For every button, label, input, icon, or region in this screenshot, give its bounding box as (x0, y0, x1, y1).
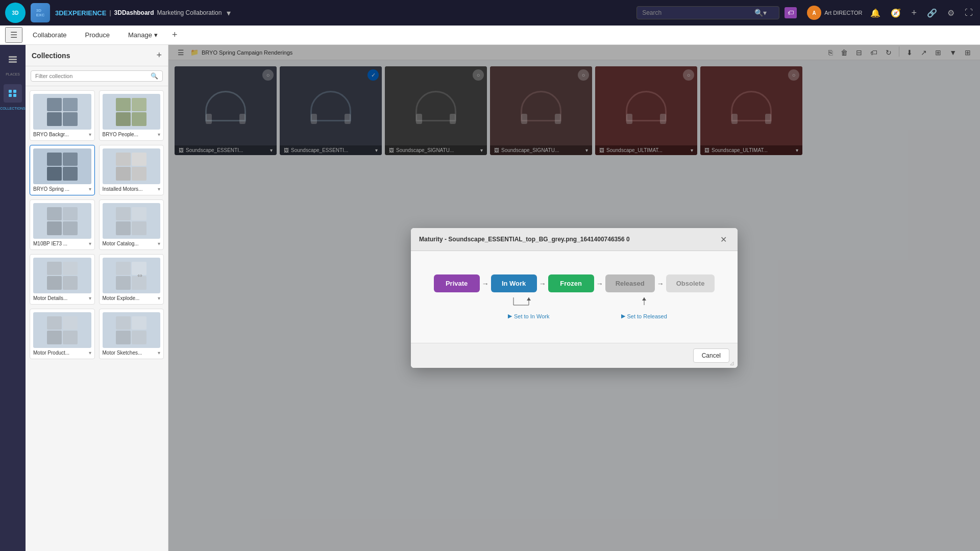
collection-label-row: Motor Catalog... ▾ (103, 241, 161, 246)
workflow-node-inwork[interactable]: In Work (491, 274, 537, 292)
main-layout: PLACES COLLECTIONS Collections + 🔍 (0, 45, 980, 551)
collection-thumb (33, 203, 91, 239)
compass-btn[interactable]: 🧭 (889, 6, 903, 20)
collections-add-btn[interactable]: + (156, 50, 162, 61)
inwork-loop-svg (508, 297, 549, 313)
set-to-released-link[interactable]: ▶ Set to Released (621, 313, 667, 319)
collection-item-bryo-backgr[interactable]: BRYO Backgr... ▾ (30, 90, 95, 141)
collection-chevron-icon: ▾ (158, 186, 160, 192)
bookmark-icon[interactable]: 🏷 (785, 7, 797, 18)
collection-thumb (33, 94, 91, 130)
collection-item-motor-product[interactable]: Motor Product... ▾ (30, 309, 95, 359)
collection-thumb (103, 94, 161, 130)
workflow-node-frozen[interactable]: Frozen (548, 274, 594, 292)
resize-handle[interactable]: ⇔ (135, 270, 144, 281)
search-button[interactable]: 🔍 (754, 9, 763, 17)
collection-thumb (103, 148, 161, 184)
content-area: ☰ 📁 BRYO Spring Campaign Renderings ⎘ 🗑 … (168, 45, 980, 551)
notifications-btn[interactable]: 🔔 (868, 6, 883, 20)
collection-label-row: BRYO Backgr... ▾ (33, 132, 91, 137)
hamburger-btn[interactable]: ☰ (5, 27, 22, 43)
filter-input-wrap: 🔍 (31, 70, 163, 82)
collection-label-row: BRYO People... ▾ (103, 132, 161, 137)
collection-chevron-icon: ▾ (158, 241, 160, 246)
nav-collaborate[interactable]: Collaborate (24, 27, 75, 43)
modal-resize-handle[interactable]: ⊿ (729, 360, 737, 367)
collection-label-row: Motor Sketches... ▾ (103, 350, 161, 356)
collection-item-motor-sketches[interactable]: Motor Sketches... ▾ (99, 309, 164, 359)
collection-thumb (103, 203, 161, 239)
filter-collection-section: 🔍 (26, 66, 168, 86)
released-action-col: ▶ Set to Released (621, 297, 667, 319)
filter-collection-input[interactable] (35, 73, 151, 79)
nav-manage[interactable]: Manage ▾ (120, 27, 166, 43)
svg-marker-3 (527, 297, 531, 300)
workflow-node-private[interactable]: Private (434, 274, 480, 292)
top-right-actions: A Art DIRECTOR 🔔 🧭 + 🔗 ⚙ ⛶ (807, 6, 975, 20)
collections-label: COLLECTIONS (0, 107, 25, 110)
collection-item-motor-catalog[interactable]: Motor Catalog... ▾ (99, 199, 164, 250)
breadcrumb: 3DEXPERIENCE | 3DDashboard Marketing Col… (55, 6, 233, 20)
collection-item-bryo-people[interactable]: BRYO People... ▾ (99, 90, 164, 141)
set-to-inwork-link[interactable]: ▶ Set to In Work (508, 313, 550, 319)
collection-label-row: Motor Details... ▾ (33, 295, 91, 301)
arrow-4: → (655, 280, 666, 288)
nav-add-btn[interactable]: + (168, 29, 182, 41)
arrow-2: → (537, 280, 548, 288)
collection-item-m10bp[interactable]: M10BP IE73 ... ▾ (30, 199, 95, 250)
places-btn[interactable] (4, 50, 22, 68)
collection-item-motor-explode[interactable]: Motor Explode... ▾ (99, 254, 164, 305)
search-box: 🔍 ▾ (636, 6, 779, 19)
collection-item-installed-motors[interactable]: Installed Motors... ▾ (99, 145, 164, 195)
workflow-node-released[interactable]: Released (605, 274, 655, 292)
icon-strip: PLACES COLLECTIONS (0, 45, 26, 551)
context-dropdown-btn[interactable]: ▾ (225, 6, 233, 20)
grid-btn[interactable]: ⚙ (945, 6, 957, 20)
collection-thumb (33, 258, 91, 293)
nav-bar: ☰ Collaborate Produce Manage ▾ + (0, 26, 980, 45)
collection-thumb (103, 312, 161, 348)
svg-marker-5 (642, 297, 646, 300)
collections-icon-btn[interactable] (4, 84, 22, 103)
workflow-actions-section: ▶ Set to In Work (426, 297, 722, 319)
workflow-node-obsolete[interactable]: Obsolete (666, 274, 715, 292)
collections-panel: Collections + 🔍 (26, 45, 168, 551)
modal-close-btn[interactable]: ✕ (717, 233, 729, 245)
top-bar: 3D 3DEXC 3DEXPERIENCE | 3DDashboard Mark… (0, 0, 980, 26)
user-badge: A Art DIRECTOR (807, 6, 862, 20)
modal-overlay: Maturity - Soundscape_ESSENTIAL_top_BG_g… (168, 45, 980, 551)
app-icon: 3DEXC (31, 3, 50, 22)
collection-item-bryo-spring[interactable]: BRYO Spring ... ▾ (30, 145, 95, 195)
search-input[interactable] (642, 9, 754, 16)
action-arrow-icon: ▶ (508, 313, 512, 319)
arrow-1: → (480, 280, 491, 288)
collection-chevron-icon: ▾ (158, 132, 160, 137)
action-arrow-icon: ▶ (621, 313, 625, 319)
workflow-nodes-row: Private → In Work → Frozen → (434, 274, 715, 292)
collections-title: Collections (32, 52, 70, 60)
collections-header: Collections + (26, 45, 168, 66)
nav-produce[interactable]: Produce (77, 27, 118, 43)
collection-chevron-icon: ▾ (89, 132, 91, 137)
collection-thumb (103, 258, 161, 293)
collections-list: BRYO Backgr... ▾ BRYO People... ▾ (26, 86, 168, 551)
plus-btn[interactable]: + (909, 6, 919, 20)
collection-item-motor-details[interactable]: Motor Details... ▾ (30, 254, 95, 305)
collection-chevron-icon: ▾ (89, 186, 91, 192)
collection-label-row: Motor Explode... ▾ (103, 295, 161, 301)
collection-label-row: M10BP IE73 ... ▾ (33, 241, 91, 246)
user-avatar: A (807, 6, 821, 20)
modal-footer: Cancel (411, 343, 738, 368)
search-dropdown-btn[interactable]: ▾ (763, 9, 767, 17)
collection-chevron-icon: ▾ (158, 350, 160, 356)
released-action-svg (636, 297, 652, 313)
collection-label-row: Motor Product... ▾ (33, 350, 91, 356)
cancel-button[interactable]: Cancel (693, 348, 729, 363)
collection-chevron-icon: ▾ (89, 350, 91, 356)
modal-title: Maturity - Soundscape_ESSENTIAL_top_BG_g… (419, 236, 630, 243)
link-btn[interactable]: 🔗 (925, 6, 939, 20)
collection-label-row: Installed Motors... ▾ (103, 186, 161, 192)
expand-btn[interactable]: ⛶ (963, 6, 975, 19)
filter-search-icon: 🔍 (151, 72, 158, 80)
app-logo: 3D (5, 3, 26, 23)
